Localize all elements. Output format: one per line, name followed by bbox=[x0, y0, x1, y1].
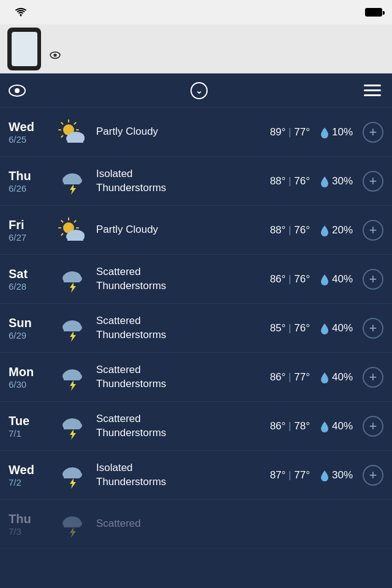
weather-icon bbox=[55, 462, 90, 489]
precipitation: 40% bbox=[320, 322, 353, 334]
precip-value: 40% bbox=[332, 273, 353, 285]
svg-line-12 bbox=[75, 123, 76, 124]
temperature: 86° | 76° bbox=[270, 273, 310, 285]
low-temp: 77° bbox=[294, 126, 310, 138]
svg-rect-44 bbox=[64, 326, 80, 331]
condition-text: Scattered bbox=[96, 517, 377, 530]
weather-icon bbox=[55, 119, 90, 146]
condition-text: ScatteredThunderstorms bbox=[96, 314, 264, 341]
precip-value: 30% bbox=[332, 175, 353, 187]
weather-list: Wed 6/25 Partly Cloudy 89° | bbox=[0, 108, 392, 549]
status-right bbox=[365, 8, 382, 17]
thunderstorm-icon bbox=[56, 266, 88, 293]
weather-row: Fri 6/27 Partly Cloudy 88° | bbox=[0, 206, 392, 255]
low-temp: 76° bbox=[294, 224, 310, 236]
weather-icon bbox=[55, 217, 90, 244]
day-name: Thu bbox=[9, 169, 48, 183]
low-temp: 76° bbox=[294, 322, 310, 334]
expand-button[interactable]: + bbox=[363, 367, 383, 388]
day-column: Wed 7/2 bbox=[9, 463, 48, 488]
expand-button[interactable]: + bbox=[363, 269, 383, 290]
precipitation: 10% bbox=[320, 126, 353, 138]
condition-text: Partly Cloudy bbox=[96, 223, 264, 236]
rain-drop-icon bbox=[320, 273, 330, 285]
weather-row: Wed 6/25 Partly Cloudy 89° | bbox=[0, 108, 392, 157]
day-column: Mon 6/30 bbox=[9, 365, 48, 390]
day-column: Sat 6/28 bbox=[9, 267, 48, 292]
partly-cloudy-icon bbox=[56, 119, 88, 146]
thunderstorm-icon bbox=[56, 511, 88, 538]
cbs-eye-icon bbox=[50, 51, 61, 59]
low-temp: 78° bbox=[294, 420, 310, 432]
precipitation: 30% bbox=[320, 469, 353, 481]
temperature: 85° | 76° bbox=[270, 322, 310, 334]
temperature: 88° | 76° bbox=[270, 175, 310, 187]
high-temp: 85° bbox=[270, 322, 286, 334]
expand-button[interactable]: + bbox=[363, 171, 383, 192]
rain-drop-icon bbox=[320, 371, 330, 383]
temp-separator: | bbox=[288, 420, 294, 432]
ad-banner[interactable] bbox=[0, 24, 392, 74]
nav-bar: ⌄ bbox=[0, 74, 392, 108]
svg-point-4 bbox=[15, 88, 20, 93]
svg-marker-22 bbox=[70, 184, 76, 195]
svg-line-10 bbox=[61, 123, 62, 124]
day-column: Tue 7/1 bbox=[9, 414, 48, 439]
nav-location[interactable]: ⌄ bbox=[187, 82, 208, 99]
weather-row: Mon 6/30 ScatteredThunderstorms 86° | 77… bbox=[0, 353, 392, 402]
svg-point-0 bbox=[20, 15, 22, 17]
expand-button[interactable]: + bbox=[363, 465, 383, 486]
weather-row: Thu 7/3 Scattered bbox=[0, 500, 392, 549]
rain-drop-icon bbox=[320, 469, 330, 481]
precipitation: 40% bbox=[320, 420, 353, 432]
location-dropdown[interactable]: ⌄ bbox=[190, 82, 208, 99]
precip-value: 40% bbox=[332, 371, 353, 383]
day-date: 6/30 bbox=[9, 379, 48, 390]
temp-separator: | bbox=[288, 371, 294, 383]
svg-marker-45 bbox=[70, 331, 76, 342]
precip-value: 30% bbox=[332, 469, 353, 481]
day-name: Sat bbox=[9, 267, 48, 281]
condition-text: ScatteredThunderstorms bbox=[96, 363, 264, 390]
weather-row: Tue 7/1 ScatteredThunderstorms 86° | 78°… bbox=[0, 402, 392, 451]
precipitation: 40% bbox=[320, 273, 353, 285]
day-column: Sun 6/29 bbox=[9, 316, 48, 341]
high-temp: 86° bbox=[270, 371, 286, 383]
rain-drop-icon bbox=[320, 322, 330, 334]
day-column: Fri 6/27 bbox=[9, 218, 48, 243]
hamburger-menu[interactable] bbox=[361, 82, 383, 99]
low-temp: 77° bbox=[294, 469, 310, 481]
temp-separator: | bbox=[288, 469, 294, 481]
svg-rect-17 bbox=[67, 137, 83, 143]
thunderstorm-icon bbox=[56, 462, 88, 489]
expand-button[interactable]: + bbox=[363, 318, 383, 339]
condition-text: IsolatedThunderstorms bbox=[96, 461, 264, 488]
weather-row: Sun 6/29 ScatteredThunderstorms 85° | 76… bbox=[0, 304, 392, 353]
weather-row: Thu 6/26 IsolatedThunderstorms 88° | 76°… bbox=[0, 157, 392, 206]
day-name: Wed bbox=[9, 120, 48, 134]
cbs-logo-eye bbox=[9, 85, 26, 97]
high-temp: 87° bbox=[270, 469, 286, 481]
svg-rect-39 bbox=[64, 277, 80, 282]
weather-row: Wed 7/2 IsolatedThunderstorms 87° | 77° … bbox=[0, 451, 392, 500]
day-column: Wed 6/25 bbox=[9, 120, 48, 145]
condition-text: ScatteredThunderstorms bbox=[96, 265, 264, 292]
expand-button[interactable]: + bbox=[363, 416, 383, 437]
precipitation: 20% bbox=[320, 224, 353, 236]
rain-drop-icon bbox=[320, 224, 330, 236]
precip-value: 20% bbox=[332, 224, 353, 236]
expand-button[interactable]: + bbox=[363, 122, 383, 143]
status-bar bbox=[0, 0, 392, 24]
high-temp: 86° bbox=[270, 273, 286, 285]
temperature: 87° | 77° bbox=[270, 469, 310, 481]
expand-button[interactable]: + bbox=[363, 220, 383, 241]
day-name: Tue bbox=[9, 414, 48, 428]
svg-rect-21 bbox=[64, 179, 80, 184]
weather-icon bbox=[55, 413, 90, 440]
high-temp: 88° bbox=[270, 224, 286, 236]
temperature: 86° | 78° bbox=[270, 420, 310, 432]
wifi-icon bbox=[15, 8, 27, 17]
weather-icon bbox=[55, 168, 90, 195]
day-date: 7/2 bbox=[9, 477, 48, 488]
thunderstorm-icon bbox=[56, 168, 88, 195]
